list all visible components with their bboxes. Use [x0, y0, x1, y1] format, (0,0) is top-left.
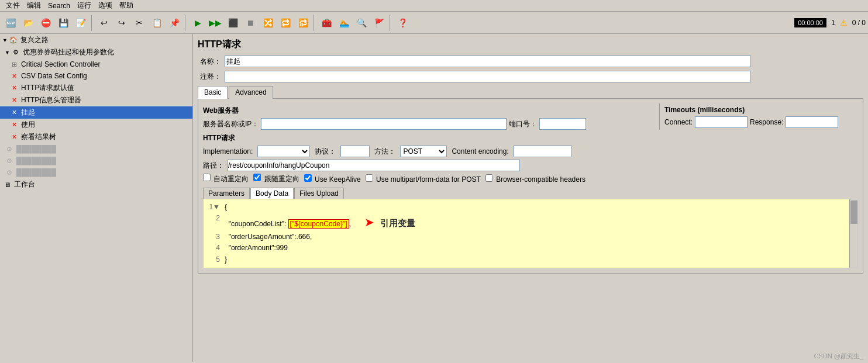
paste-button[interactable]: 📌	[166, 15, 182, 31]
blurred3-icon: ⚙	[5, 168, 14, 177]
sidebar-item-workbench[interactable]: 🖥 工作台	[0, 178, 192, 191]
scrollbar-thumb	[850, 200, 857, 224]
timeouts-row: Connect: Response:	[664, 116, 858, 128]
encoding-label: Content encoding:	[452, 147, 508, 155]
close-button[interactable]: ⛔	[37, 15, 54, 31]
subtab-parameters[interactable]: Parameters	[203, 188, 250, 199]
web-timeouts-container: Web服务器 服务器名称或IP： 端口号： Timeouts (millisec…	[203, 103, 858, 130]
comment-input[interactable]	[225, 71, 751, 82]
cut-button[interactable]: ✂	[131, 15, 147, 31]
line-num-3: 3	[206, 231, 220, 243]
sidebar-item-result[interactable]: ✕ 察看结果树	[0, 131, 192, 143]
subtab-files-upload[interactable]: Files Upload	[294, 188, 344, 199]
sidebar-item-blurred2[interactable]: ⚙ ████████	[0, 155, 192, 167]
menu-help[interactable]: 帮助	[116, 0, 137, 12]
multipart-checkbox[interactable]	[366, 174, 373, 182]
new-button[interactable]: 🆕	[2, 15, 19, 31]
toggle-log[interactable]: 🔍	[353, 15, 370, 31]
code-scrollbar[interactable]	[849, 199, 857, 268]
menu-file[interactable]: 文件	[2, 0, 23, 12]
menu-options[interactable]: 选项	[95, 0, 116, 12]
thread-count: 1	[831, 19, 835, 27]
remote-stop-all[interactable]: 🔂	[295, 15, 311, 31]
port-label: 端口号：	[509, 119, 537, 129]
impl-label: Implementation:	[203, 147, 253, 155]
sidebar-label-workbench: 工作台	[14, 179, 35, 189]
sidebar-item-csv[interactable]: ✕ CSV Data Set Config	[0, 70, 192, 82]
sep4	[390, 15, 392, 31]
sidebar-group-label: 优惠券券码挂起和使用参数化	[23, 47, 114, 57]
help-button[interactable]: ❓	[394, 15, 411, 31]
browser-headers-label[interactable]: Browser-compatible headers	[485, 174, 585, 184]
func-button[interactable]: 🏊	[336, 15, 352, 31]
code-editor[interactable]: 1▼ { 2 "couponCodeList": ["${couponCode}…	[203, 199, 858, 268]
settings-button[interactable]: 🚩	[371, 15, 387, 31]
sidebar-label-csv: CSV Data Set Config	[21, 72, 87, 80]
run-button[interactable]: ▶	[190, 15, 206, 31]
impl-select[interactable]	[257, 146, 310, 157]
path-input[interactable]	[228, 160, 520, 171]
tab-basic[interactable]: Basic	[198, 86, 228, 99]
tab-advanced[interactable]: Advanced	[229, 86, 273, 99]
sidebar-item-blurred3[interactable]: ⚙ ████████	[0, 167, 192, 178]
line-num-1: 1▼	[206, 202, 220, 213]
stop-now-button[interactable]: ⏹	[242, 15, 259, 31]
remote-stop[interactable]: 🔁	[277, 15, 294, 31]
tab-bar: Basic Advanced	[198, 86, 863, 99]
copy-button[interactable]: 📋	[149, 15, 165, 31]
sidebar-item-http-default[interactable]: ✕ HTTP请求默认值	[0, 82, 192, 94]
sidebar-group[interactable]: ▼ ⚙ 优惠券券码挂起和使用参数化	[0, 46, 192, 58]
sub-tab-bar: Parameters Body Data Files Upload	[203, 188, 858, 199]
response-input[interactable]	[786, 116, 838, 128]
sidebar-item-hangup[interactable]: ✕ 挂起	[0, 106, 192, 119]
sidebar-item-critical[interactable]: ⊞ Critical Section Controller	[0, 58, 192, 70]
sidebar-item-use[interactable]: ✕ 使用	[0, 119, 192, 131]
http-method-row: Implementation: 协议： 方法： POST GET Content…	[203, 146, 858, 157]
connect-input[interactable]	[695, 116, 748, 128]
toolbar-right: 00:00:00 1 ⚠ 0 / 0	[794, 18, 866, 27]
sidebar-item-blurred1[interactable]: ⚙ ████████	[0, 143, 192, 155]
keep-alive-label[interactable]: Use KeepAlive	[304, 174, 361, 184]
line-num-2: 2	[206, 213, 220, 231]
port-input[interactable]	[539, 118, 586, 130]
server-input[interactable]	[261, 118, 507, 130]
remote-start[interactable]: 🔀	[260, 15, 276, 31]
panel-title: HTTP请求	[198, 39, 863, 51]
redo-button[interactable]: ↪	[113, 15, 130, 31]
run-no-pause[interactable]: ▶▶	[207, 15, 223, 31]
save-button[interactable]: 💾	[55, 15, 71, 31]
protocol-input[interactable]	[340, 146, 370, 157]
encoding-input[interactable]	[514, 146, 572, 157]
comment-label: 注释：	[198, 72, 221, 82]
result-icon: ✕	[9, 133, 19, 142]
template-button[interactable]: 🧰	[318, 15, 335, 31]
auto-redirect-checkbox[interactable]	[203, 174, 211, 181]
menu-search[interactable]: Search	[44, 1, 74, 11]
stop-button[interactable]: ⬛	[225, 15, 241, 31]
multipart-label[interactable]: Use multipart/form-data for POST	[366, 174, 481, 184]
checkbox-row: 自动重定向 跟随重定向 Use KeepAlive Use multipart/…	[203, 174, 858, 184]
method-select[interactable]: POST GET	[400, 146, 447, 157]
server-label: 服务器名称或IP：	[203, 119, 259, 129]
follow-redirect-checkbox[interactable]	[253, 174, 261, 181]
code-content-5: }	[225, 254, 855, 265]
sidebar-root[interactable]: ▼ 🏠 复兴之路	[0, 34, 192, 46]
open-button[interactable]: 📂	[20, 15, 36, 31]
auto-redirect-label[interactable]: 自动重定向	[203, 174, 249, 184]
sidebar-item-http-header[interactable]: ✕ HTTP信息头管理器	[0, 94, 192, 106]
line-num-4: 4	[206, 243, 220, 254]
elapsed-time: 00:00:00	[794, 18, 826, 27]
sidebar-label-result: 察看结果树	[21, 132, 56, 142]
follow-redirect-label[interactable]: 跟随重定向	[253, 174, 299, 184]
menu-run[interactable]: 运行	[74, 0, 95, 12]
code-content-3: "orderUsageAmount":.666,	[225, 231, 855, 243]
keep-alive-checkbox[interactable]	[304, 174, 312, 182]
browser-headers-checkbox[interactable]	[485, 174, 493, 182]
root-icon: 🏠	[9, 36, 18, 45]
iteration-count: 0 / 0	[852, 19, 866, 27]
subtab-body-data[interactable]: Body Data	[250, 188, 294, 199]
name-input[interactable]	[225, 56, 751, 67]
menu-edit[interactable]: 编辑	[23, 0, 44, 12]
undo-button[interactable]: ↩	[96, 15, 112, 31]
save-as-button[interactable]: 📝	[73, 15, 89, 31]
